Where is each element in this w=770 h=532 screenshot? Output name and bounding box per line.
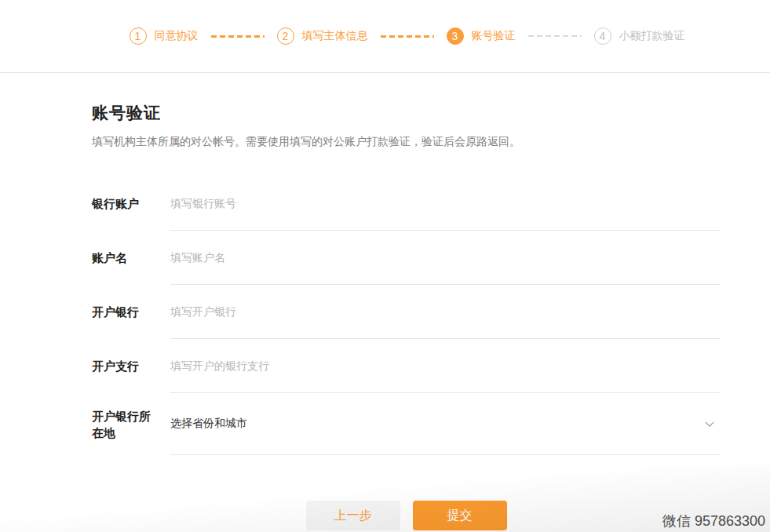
watermark-text: 微信 957863300 bbox=[662, 512, 765, 530]
bank-branch-field bbox=[170, 339, 721, 393]
main-content: 账号验证 填写机构主体所属的对公帐号。需要使用填写的对公账户打款验证，验证后会原… bbox=[92, 73, 721, 530]
account-name-input[interactable] bbox=[170, 251, 721, 264]
step-4-label: 小额打款验证 bbox=[619, 29, 685, 43]
step-2-circle: 2 bbox=[277, 27, 294, 45]
opening-bank-field bbox=[170, 285, 721, 339]
wizard-header: 1 同意协议 2 填写主体信息 3 账号验证 4 小额打款验证 bbox=[0, 0, 770, 73]
bank-account-form: 银行账户 账户名 开户银行 开户支行 bbox=[92, 177, 721, 455]
bank-location-value: 选择省份和城市 bbox=[170, 417, 247, 431]
form-row-opening-bank: 开户银行 bbox=[92, 285, 721, 339]
stepper-connector bbox=[381, 35, 434, 38]
opening-bank-label: 开户银行 bbox=[92, 285, 170, 339]
bank-account-input[interactable] bbox=[170, 197, 721, 210]
step-1-circle: 1 bbox=[130, 27, 147, 45]
page-title: 账号验证 bbox=[92, 102, 721, 124]
step-1-label: 同意协议 bbox=[155, 29, 199, 43]
form-row-bank-location: 开户银行所在地 选择省份和城市 bbox=[92, 393, 721, 455]
step-4-circle: 4 bbox=[594, 27, 611, 45]
bank-branch-input[interactable] bbox=[170, 359, 721, 372]
account-name-label: 账户名 bbox=[92, 231, 170, 285]
opening-bank-input[interactable] bbox=[170, 305, 721, 318]
step-small-payment-verification: 4 小额打款验证 bbox=[594, 27, 685, 45]
form-row-account-name: 账户名 bbox=[92, 231, 721, 285]
bank-location-select[interactable]: 选择省份和城市 bbox=[170, 393, 721, 455]
form-row-bank-branch: 开户支行 bbox=[92, 339, 721, 393]
stepper-connector bbox=[211, 35, 265, 38]
previous-step-button[interactable]: 上一步 bbox=[306, 501, 400, 530]
bank-account-field bbox=[170, 177, 721, 231]
step-fill-subject-info: 2 填写主体信息 bbox=[277, 27, 368, 45]
bank-branch-label: 开户支行 bbox=[92, 339, 170, 393]
form-actions: 上一步 提交 bbox=[92, 501, 721, 530]
stepper: 1 同意协议 2 填写主体信息 3 账号验证 4 小额打款验证 bbox=[130, 27, 685, 45]
form-row-bank-account: 银行账户 bbox=[92, 177, 721, 231]
stepper-connector bbox=[528, 35, 582, 37]
page-description: 填写机构主体所属的对公帐号。需要使用填写的对公账户打款验证，验证后会原路返回。 bbox=[92, 135, 721, 149]
step-3-label: 账号验证 bbox=[472, 29, 516, 43]
step-account-verification: 3 账号验证 bbox=[447, 27, 516, 45]
step-agree-agreement: 1 同意协议 bbox=[130, 27, 199, 45]
step-3-circle: 3 bbox=[447, 27, 464, 45]
submit-button[interactable]: 提交 bbox=[413, 501, 507, 530]
step-2-label: 填写主体信息 bbox=[302, 29, 368, 43]
chevron-down-icon bbox=[705, 421, 714, 428]
account-name-field bbox=[170, 231, 721, 285]
bank-location-label: 开户银行所在地 bbox=[92, 393, 170, 455]
bank-account-label: 银行账户 bbox=[92, 177, 170, 231]
